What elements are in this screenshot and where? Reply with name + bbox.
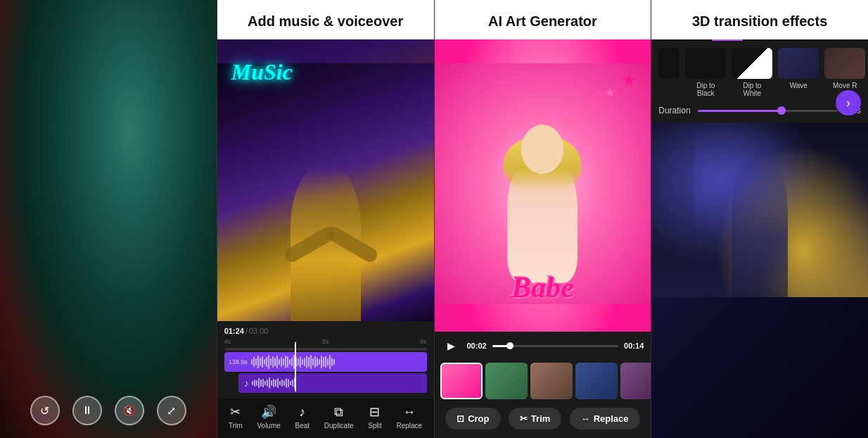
music-note-icon: ♪: [244, 377, 249, 389]
clip-thumbnails: [435, 360, 651, 402]
tick-marks: 4s 5s 6s: [217, 338, 434, 346]
trans-label-move-r: Move R: [833, 82, 857, 89]
total-time: 03:00: [249, 327, 269, 335]
panel-4-title: 3D transition effects: [660, 13, 860, 30]
editor-toolbar: ✂ Trim 🔊 Volume ♪ Beat ⧉ Duplicate ⊟ Spl…: [217, 399, 434, 438]
timeline-header: 01:24 / 03:00: [217, 325, 434, 338]
pause-button[interactable]: ⏸: [72, 396, 102, 425]
trans-item-partial[interactable]: [658, 48, 679, 97]
duration-knob: [777, 106, 786, 115]
beat-button[interactable]: ♪ Beat: [295, 405, 310, 430]
panel-3-header: AI Art Generator: [435, 0, 651, 39]
trans-label-wave: Wave: [790, 82, 808, 89]
play-button[interactable]: ▶: [442, 336, 461, 356]
trans-item-dip-white[interactable]: Dip toWhite: [732, 48, 772, 97]
trans-thumb-move-r: [824, 48, 865, 79]
panel-2-title: Add music & voiceover: [226, 13, 426, 30]
beat-label: Beat: [295, 422, 310, 430]
replace-label-2: Replace: [396, 422, 422, 430]
apply-arrow-icon: ›: [846, 96, 850, 111]
duration-slider[interactable]: [698, 110, 838, 112]
clip-thumb-5[interactable]: [620, 363, 651, 399]
clip-thumb-2[interactable]: [485, 363, 528, 399]
clip-thumb-3[interactable]: [530, 363, 573, 399]
trim-icon: ✂: [230, 404, 241, 420]
trans-thumb-partial: [658, 48, 679, 79]
split-label: Split: [368, 422, 381, 430]
beat-icon: ♪: [299, 405, 305, 420]
player-controls: ▶ 00:02 00:14: [435, 332, 651, 360]
panel-3-title: AI Art Generator: [443, 13, 643, 30]
trans-label-dip-black: Dip toBlack: [696, 82, 715, 97]
duplicate-label: Duplicate: [324, 422, 354, 430]
ai-art-panel: AI Art Generator ★ ★ Babe ▶ 00:02 00:14: [434, 0, 651, 438]
crop-button[interactable]: ⊡ Crop: [445, 408, 500, 430]
split-icon: ⊟: [369, 404, 380, 420]
transition-item-list: Dip toBlack Dip toWhite Wave Move R: [651, 45, 868, 103]
music-voiceover-panel: Add music & voiceover MuSic 01:24 / 03:0…: [217, 0, 434, 438]
trans-label-dip-white: Dip toWhite: [743, 82, 761, 97]
video-controls: ↺ ⏸ 🔇 ⤢: [0, 396, 217, 425]
replace-button-2[interactable]: ↔ Replace: [396, 405, 422, 430]
panel-2-header: Add music & voiceover: [217, 0, 434, 39]
current-time: 01:24: [224, 327, 244, 335]
clip-thumb-1[interactable]: [440, 363, 483, 399]
audio-track-1[interactable]: 138.9s: [224, 352, 427, 372]
trans-thumb-dip-white: [732, 48, 772, 79]
trans-thumb-dip-black: [685, 48, 726, 79]
babe-text: Babe: [435, 270, 651, 304]
trans-item-dip-black[interactable]: Dip toBlack: [685, 48, 726, 97]
trim-label: Trim: [229, 422, 243, 430]
trans-thumb-wave: [778, 48, 819, 79]
waveform-1: 138.9s: [227, 352, 336, 372]
volume-icon: 🔊: [261, 404, 276, 420]
tick-3: 6s: [420, 338, 427, 345]
tick-1: 4s: [224, 338, 231, 345]
replace-action-button[interactable]: ↔ Replace: [570, 408, 640, 430]
replace-action-label: Replace: [594, 413, 629, 424]
duplicate-button[interactable]: ⧉ Duplicate: [324, 405, 354, 430]
trim-action-button[interactable]: ✂ Trim: [509, 408, 561, 430]
music-neon-text: MuSic: [231, 56, 293, 86]
crop-icon: ⊡: [457, 413, 464, 424]
tick-2: 5s: [322, 338, 329, 345]
panel-4-header: 3D transition effects: [651, 0, 868, 39]
barbie-scene: ★ ★: [435, 63, 651, 304]
trim-action-label: Trim: [531, 413, 550, 424]
clip-thumb-4[interactable]: [575, 363, 618, 399]
progress-bar[interactable]: [492, 345, 618, 347]
video-preview-panel: ↺ ⏸ 🔇 ⤢: [0, 0, 217, 438]
duration-label-text: Duration: [658, 106, 690, 115]
edit-actions: ⊡ Crop ✂ Trim ↔ Replace: [435, 402, 651, 438]
concert-scene: [217, 63, 434, 322]
reset-button[interactable]: ↺: [30, 396, 60, 425]
replace-action-icon: ↔: [581, 413, 590, 424]
timeline-tracks[interactable]: 138.9s ♪: [217, 346, 434, 399]
panel-1-background: [0, 0, 217, 438]
replace-icon-2: ↔: [403, 405, 416, 420]
crop-label: Crop: [468, 413, 489, 424]
player-current-time: 00:02: [467, 342, 487, 350]
fullscreen-button[interactable]: ⤢: [157, 396, 186, 425]
transition-panel: 3D transition effects ✕ Transition ✓ Ori…: [651, 0, 868, 438]
apply-transition-button[interactable]: ›: [836, 90, 861, 115]
audio-track-2[interactable]: ♪: [238, 373, 427, 393]
split-button[interactable]: ⊟ Split: [368, 404, 381, 430]
mute-button[interactable]: 🔇: [115, 396, 144, 425]
progress-indicator: [506, 342, 513, 349]
duration-fill: [698, 110, 782, 112]
volume-label: Volume: [257, 422, 280, 430]
trans-item-wave[interactable]: Wave: [778, 48, 819, 97]
trim-scissors-icon: ✂: [520, 413, 528, 424]
duplicate-icon: ⧉: [334, 405, 343, 420]
trim-button[interactable]: ✂ Trim: [229, 404, 243, 430]
player-total-time: 00:14: [624, 342, 644, 350]
timeline-area: 01:24 / 03:00 4s 5s 6s 138.9s: [217, 321, 434, 438]
video-player-area: ▶ 00:02 00:14: [435, 332, 651, 438]
volume-button[interactable]: 🔊 Volume: [257, 404, 280, 430]
